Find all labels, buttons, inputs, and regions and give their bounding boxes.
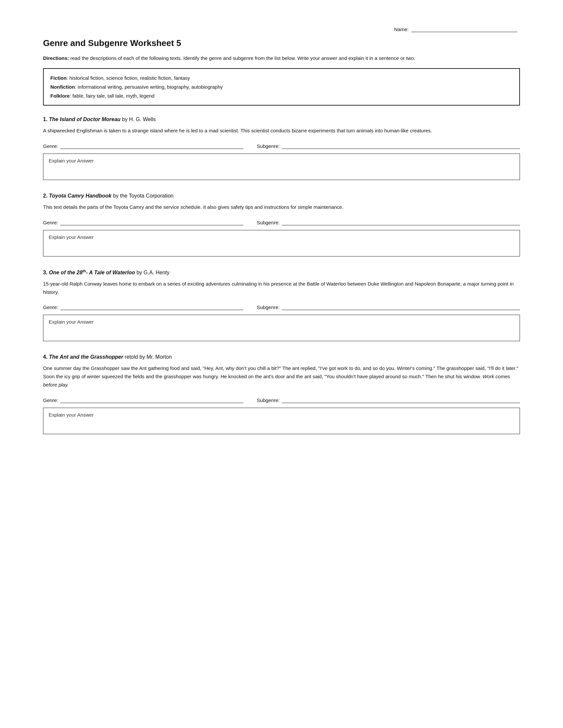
q1-book-title: The Island of Doctor Moreau [49, 116, 120, 122]
question-3-title: 3. One of the 28th- A Tale of Waterloo b… [43, 268, 520, 277]
q4-desc-text: One summer day the Grasshopper saw the A… [43, 365, 518, 379]
q3-explain-label: Explain your Answer [49, 319, 94, 325]
q1-number: 1. [43, 116, 49, 122]
directions: Directions: read the descriptions of eac… [43, 54, 520, 62]
q4-description: One summer day the Grasshopper saw the A… [43, 364, 520, 389]
q4-genre-input[interactable] [60, 396, 243, 403]
question-2-title: 2. Toyota Camry Handbook by the Toyota C… [43, 192, 520, 200]
q4-genre-subgenre-row: Genre: Subgenre: [43, 396, 520, 403]
q3-genre-subgenre-row: Genre: Subgenre: [43, 303, 520, 310]
question-4: 4. The Ant and the Grasshopper retold by… [43, 353, 520, 434]
q3-book-title: One of the 28th- A Tale of Waterloo [49, 270, 135, 275]
q2-explain-label: Explain your Answer [49, 234, 94, 240]
q4-subgenre-input[interactable] [282, 396, 520, 403]
q1-description: A shipwrecked Englishman is taken to a s… [43, 127, 520, 135]
q2-number: 2. [43, 193, 49, 199]
q2-explain-box[interactable]: Explain your Answer [43, 230, 520, 256]
q1-genre-label: Genre: [43, 143, 58, 149]
q4-subgenre-label: Subgenre: [257, 397, 279, 403]
q4-explain-label: Explain your Answer [49, 412, 94, 418]
directions-text: read the descriptions of each of the fol… [69, 55, 415, 61]
q1-genre-subgenre-row: Genre: Subgenre: [43, 142, 520, 149]
q4-explain-box[interactable]: Explain your Answer [43, 408, 520, 434]
folklore-text: : fable, fairy tale, tall tale, myth, le… [70, 93, 154, 99]
q4-genre-label: Genre: [43, 397, 58, 403]
fiction-text: : historical fiction, science fiction, r… [67, 75, 190, 81]
nonfiction-text: : informational writing, persuasive writ… [75, 84, 223, 90]
fiction-label: Fiction [50, 75, 67, 81]
q4-book-title: The Ant and the Grasshopper [49, 354, 123, 360]
q2-description: This text details the parts of the Toyot… [43, 203, 520, 211]
name-underline[interactable] [411, 26, 517, 32]
name-label: Name: [394, 26, 409, 32]
q1-subgenre-label: Subgenre: [257, 143, 279, 149]
question-1: 1. The Island of Doctor Moreau by H. G. … [43, 115, 520, 180]
q3-genre-input[interactable] [60, 303, 243, 310]
q2-author: by the Toyota Corporation [112, 193, 173, 199]
fiction-line: Fiction: historical fiction, science fic… [50, 73, 513, 82]
q1-author: by H. G. Wells [120, 116, 156, 122]
genre-reference-box: Fiction: historical fiction, science fic… [43, 68, 520, 106]
question-4-title: 4. The Ant and the Grasshopper retold by… [43, 353, 520, 361]
nonfiction-label: Nonfiction [50, 84, 75, 90]
q1-subgenre-input[interactable] [282, 142, 520, 149]
q1-genre-input[interactable] [60, 142, 243, 149]
nonfiction-line: Nonfiction: informational writing, persu… [50, 82, 513, 91]
question-2: 2. Toyota Camry Handbook by the Toyota C… [43, 192, 520, 256]
page-title: Genre and Subgenre Worksheet 5 [43, 38, 520, 48]
question-1-title: 1. The Island of Doctor Moreau by H. G. … [43, 115, 520, 123]
q4-number: 4. [43, 354, 49, 360]
q2-subgenre-input[interactable] [282, 219, 520, 225]
q3-number: 3. [43, 270, 49, 275]
q3-explain-box[interactable]: Explain your Answer [43, 315, 520, 341]
q4-author: retold by Mr. Morton [123, 354, 172, 360]
q2-subgenre-label: Subgenre: [257, 220, 279, 225]
q2-genre-input[interactable] [60, 219, 243, 225]
q2-book-title: Toyota Camry Handbook [49, 193, 112, 199]
q2-genre-subgenre-row: Genre: Subgenre: [43, 219, 520, 225]
question-3: 3. One of the 28th- A Tale of Waterloo b… [43, 268, 520, 341]
q3-genre-label: Genre: [43, 304, 58, 310]
folklore-line: Folklore: fable, fairy tale, tall tale, … [50, 91, 513, 100]
q2-genre-label: Genre: [43, 220, 58, 225]
directions-label: Directions: [43, 55, 69, 61]
q3-description: 15-year-old Ralph Conway leaves home to … [43, 280, 520, 296]
q1-explain-label: Explain your Answer [49, 158, 94, 163]
q1-explain-box[interactable]: Explain your Answer [43, 154, 520, 180]
q3-subgenre-label: Subgenre: [257, 304, 279, 310]
q3-subgenre-input[interactable] [282, 303, 520, 310]
q3-author: by G.A. Henty [135, 270, 169, 275]
name-field: Name: [43, 26, 520, 32]
folklore-label: Folklore [50, 93, 70, 99]
